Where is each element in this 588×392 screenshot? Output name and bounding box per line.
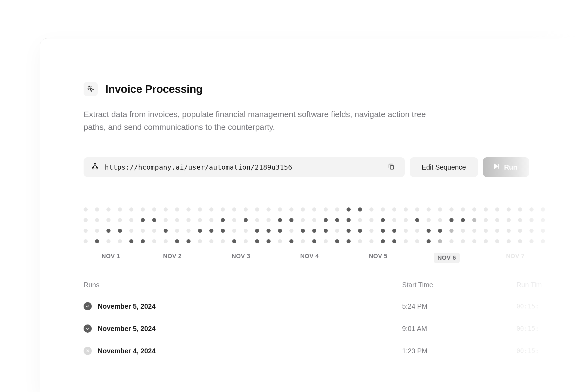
heatmap-dot xyxy=(484,229,488,233)
heatmap-dot xyxy=(289,207,293,212)
heatmap-dot xyxy=(461,207,465,212)
heatmap-dot xyxy=(221,218,225,222)
heatmap-dot xyxy=(381,229,385,233)
heatmap-dot xyxy=(186,218,191,222)
heatmap-dot xyxy=(209,239,213,243)
heatmap-dot xyxy=(301,207,305,212)
heatmap-dot xyxy=(232,207,236,212)
heatmap-dot xyxy=(106,207,111,212)
table-row[interactable]: November 5, 20249:01 AM00:15: xyxy=(84,317,588,340)
heatmap-dot xyxy=(175,218,179,222)
heatmap-dot xyxy=(141,207,145,212)
heatmap-dot xyxy=(106,239,111,243)
heatmap-dot xyxy=(335,218,339,222)
heatmap-dot xyxy=(472,239,476,243)
heatmap-dot xyxy=(198,239,202,243)
heatmap-dot xyxy=(449,229,454,233)
heatmap-dot xyxy=(392,229,396,233)
heatmap-dot xyxy=(369,229,373,233)
heatmap-dot xyxy=(484,239,488,243)
heatmap-dot xyxy=(415,218,419,222)
heatmap-dot xyxy=(221,207,225,212)
heatmap-dot xyxy=(347,229,351,233)
heatmap-dot xyxy=(404,229,408,233)
play-icon xyxy=(493,163,500,171)
heatmap-dot xyxy=(529,207,534,212)
copy-button[interactable] xyxy=(385,163,397,171)
table-row[interactable]: November 4, 20241:23 PM00:15: xyxy=(84,340,588,362)
edit-sequence-button[interactable]: Edit Sequence xyxy=(410,157,478,177)
heatmap-date-axis: NOV 1NOV 2NOV 3NOV 4NOV 5NOV 6NOV 7 xyxy=(84,253,588,263)
heatmap-dot xyxy=(152,207,156,212)
heatmap-dot xyxy=(255,229,259,233)
svg-rect-3 xyxy=(390,166,394,169)
heatmap-dot xyxy=(404,239,408,243)
heatmap-dot xyxy=(347,218,351,222)
heatmap-dot xyxy=(461,218,465,222)
page-title: Invoice Processing xyxy=(105,83,203,95)
heatmap-dot xyxy=(267,229,271,233)
heatmap-dot xyxy=(472,229,476,233)
heatmap-dot xyxy=(369,218,373,222)
heatmap-dot xyxy=(255,218,259,222)
run-label: Run xyxy=(504,163,517,171)
heatmap-dot xyxy=(209,207,213,212)
heatmap-dot xyxy=(438,207,442,212)
heatmap-dot xyxy=(244,229,248,233)
heatmap-dot xyxy=(381,207,385,212)
check-icon xyxy=(84,324,92,333)
heatmap-dot xyxy=(404,207,408,212)
heatmap-dot xyxy=(118,229,122,233)
col-header-runs: Runs xyxy=(84,281,402,289)
heatmap-dot xyxy=(495,239,499,243)
run-button[interactable]: Run xyxy=(483,157,529,177)
run-duration: 00:15: xyxy=(516,303,588,310)
heatmap-dot xyxy=(175,229,179,233)
heatmap-dot xyxy=(118,239,122,243)
run-duration: 00:15: xyxy=(516,325,588,332)
table-row[interactable]: November 5, 20245:24 PM00:15: xyxy=(84,295,588,317)
automation-url: https://hcompany.ai/user/automation/2189… xyxy=(105,163,292,171)
close-icon xyxy=(84,347,92,355)
heatmap-dot xyxy=(541,218,545,222)
heatmap-dot xyxy=(324,229,328,233)
heatmap-dot xyxy=(255,239,259,243)
heatmap-dot xyxy=(221,239,225,243)
heatmap-dot xyxy=(244,207,248,212)
heatmap-dot xyxy=(312,218,316,222)
heatmap-dot xyxy=(449,239,454,243)
heatmap-dot xyxy=(472,218,476,222)
heatmap-dot xyxy=(301,218,305,222)
cursor-click-icon xyxy=(84,82,98,96)
axis-label: NOV 1 xyxy=(102,253,120,263)
heatmap-dot xyxy=(301,229,305,233)
heatmap-dot xyxy=(358,218,362,222)
heatmap-dot xyxy=(518,239,522,243)
heatmap-dot xyxy=(358,239,362,243)
heatmap-dot xyxy=(141,229,145,233)
heatmap-dot xyxy=(232,218,236,222)
run-date: November 5, 2024 xyxy=(98,325,156,333)
heatmap-dot xyxy=(129,218,133,222)
heatmap-dot xyxy=(392,207,396,212)
action-row: https://hcompany.ai/user/automation/2189… xyxy=(84,157,588,177)
heatmap-dot xyxy=(106,229,111,233)
axis-label: NOV 5 xyxy=(369,253,387,263)
heatmap-dot xyxy=(507,229,511,233)
run-start-time: 9:01 AM xyxy=(402,325,516,333)
col-header-runtime: Run Tim xyxy=(516,281,588,289)
heatmap-dot xyxy=(335,229,339,233)
heatmap-dot xyxy=(529,218,534,222)
heatmap-dot xyxy=(507,218,511,222)
heatmap-dot xyxy=(84,229,88,233)
heatmap-dot xyxy=(164,207,168,212)
heatmap-dot xyxy=(175,207,179,212)
page-description: Extract data from invoices, populate fin… xyxy=(84,108,427,133)
copy-icon xyxy=(387,163,395,171)
heatmap-dot xyxy=(95,207,99,212)
heatmap-dot xyxy=(289,218,293,222)
heatmap-dot xyxy=(415,207,419,212)
heatmap-dot xyxy=(186,239,191,243)
heatmap-dot xyxy=(106,218,111,222)
heatmap-dot xyxy=(369,239,373,243)
